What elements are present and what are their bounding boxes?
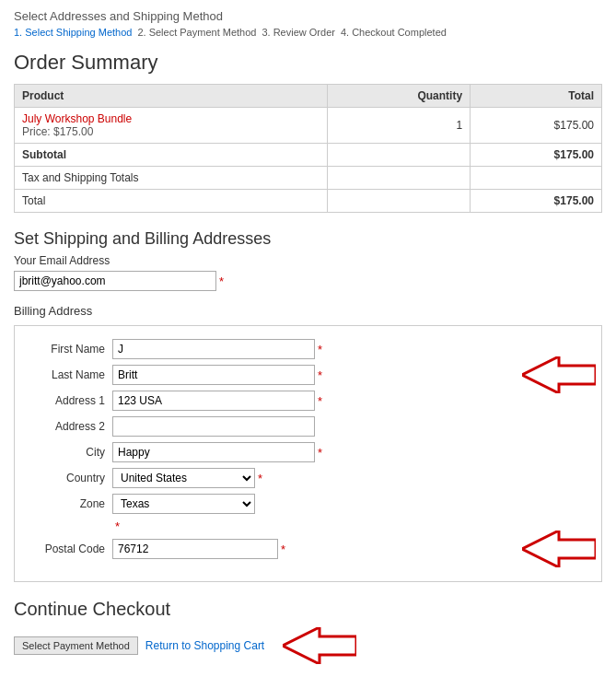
arrow-lastname-icon: [522, 356, 596, 393]
continue-section: Continue Checkout Select Payment Method …: [14, 599, 602, 664]
address2-input[interactable]: [112, 416, 315, 437]
postal-required: *: [281, 542, 285, 556]
subtotal-label: Subtotal: [15, 144, 328, 167]
breadcrumb: 1. Select Shipping Method 2. Select Paym…: [14, 27, 602, 38]
email-required-star: *: [219, 274, 224, 288]
email-label: Your Email Address: [14, 254, 602, 267]
product-quantity: 1: [327, 108, 470, 144]
address2-row: Address 2: [29, 416, 587, 437]
last-name-input[interactable]: [112, 365, 315, 385]
billing-box: First Name * Last Name * Address 1 *: [14, 325, 602, 582]
col-quantity: Quantity: [327, 85, 470, 108]
product-name: July Workshop Bundle: [22, 112, 320, 125]
last-name-row: Last Name *: [29, 365, 587, 385]
country-row: Country United States *: [29, 468, 587, 488]
city-input[interactable]: [112, 442, 315, 462]
first-name-input[interactable]: [112, 339, 315, 359]
tax-row: Tax and Shipping Totals: [15, 167, 602, 190]
first-name-row: First Name *: [29, 339, 587, 359]
zone-label: Zone: [29, 497, 112, 510]
country-select[interactable]: United States: [112, 468, 255, 488]
country-required: *: [258, 472, 262, 485]
svg-marker-0: [522, 356, 596, 393]
email-input[interactable]: [14, 271, 216, 291]
col-total: Total: [471, 85, 602, 108]
shipping-section: Set Shipping and Billing Addresses Your …: [14, 229, 602, 582]
country-label: Country: [29, 472, 112, 484]
city-label: City: [29, 446, 112, 459]
last-name-label: Last Name: [29, 368, 112, 381]
svg-marker-1: [522, 531, 596, 567]
address1-label: Address 1: [29, 394, 112, 407]
subtotal-value: $175.00: [471, 144, 602, 167]
zone-required: *: [115, 519, 120, 533]
product-total: $175.00: [471, 108, 602, 144]
product-price: Price: $175.00: [22, 125, 320, 138]
first-name-required: *: [318, 343, 322, 356]
breadcrumb-step3[interactable]: 3. Review Order: [262, 27, 334, 38]
order-table: Product Quantity Total July Workshop Bun…: [14, 84, 602, 213]
zone-select[interactable]: Texas: [112, 494, 255, 514]
return-to-cart-link[interactable]: Return to Shopping Cart: [145, 639, 264, 652]
shipping-title: Set Shipping and Billing Addresses: [14, 229, 602, 249]
postal-label: Postal Code: [29, 542, 112, 555]
first-name-label: First Name: [29, 343, 112, 356]
address1-required: *: [318, 394, 322, 408]
city-required: *: [318, 446, 322, 460]
total-row: Total $175.00: [15, 190, 602, 213]
total-value: $175.00: [471, 190, 602, 213]
col-product: Product: [15, 85, 328, 108]
address1-row: Address 1 *: [29, 391, 587, 411]
zone-required-row: *: [29, 519, 587, 533]
order-summary-title: Order Summary: [14, 51, 602, 75]
address2-label: Address 2: [29, 420, 112, 433]
breadcrumb-step1[interactable]: 1. Select Shipping Method: [14, 27, 132, 38]
arrow-postal-icon: [522, 531, 596, 567]
last-name-required: *: [318, 368, 322, 382]
city-row: City *: [29, 442, 587, 462]
continue-title: Continue Checkout: [14, 599, 602, 620]
address1-input[interactable]: [112, 391, 315, 411]
zone-row: Zone Texas: [29, 494, 587, 514]
svg-marker-2: [283, 627, 356, 664]
arrow-continue-icon: [283, 627, 356, 664]
tax-label: Tax and Shipping Totals: [15, 167, 328, 190]
postal-row: Postal Code *: [29, 539, 587, 559]
table-row: July Workshop Bundle Price: $175.00 1 $1…: [15, 108, 602, 144]
select-payment-button[interactable]: Select Payment Method: [14, 636, 138, 655]
total-label: Total: [15, 190, 328, 213]
breadcrumb-step4[interactable]: 4. Checkout Completed: [341, 27, 447, 38]
billing-address-label: Billing Address: [14, 304, 602, 318]
postal-input[interactable]: [112, 539, 278, 559]
page-header: Select Addresses and Shipping Method: [14, 9, 602, 23]
breadcrumb-step2[interactable]: 2. Select Payment Method: [137, 27, 256, 38]
subtotal-row: Subtotal $175.00: [15, 144, 602, 167]
